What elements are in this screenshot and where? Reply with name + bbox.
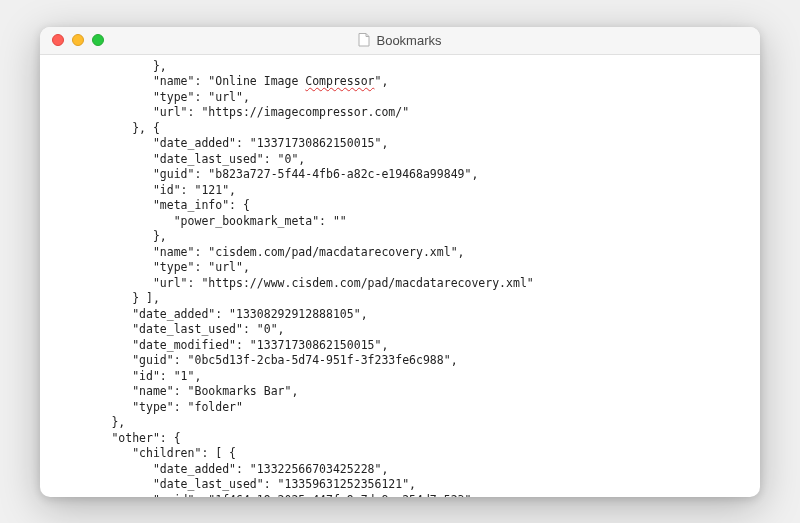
close-button[interactable] [52, 34, 64, 46]
code-line: "url": "https://www.cisdem.com/pad/macda… [56, 276, 750, 292]
code-line: "power_bookmark_meta": "" [56, 214, 750, 230]
code-line: "other": { [56, 431, 750, 447]
code-line: "id": "1", [56, 369, 750, 385]
code-line: } ], [56, 291, 750, 307]
document-icon [358, 33, 370, 47]
code-line: "date_last_used": "0", [56, 322, 750, 338]
code-line: "name": "Bookmarks Bar", [56, 384, 750, 400]
code-line: "date_modified": "13371730862150015", [56, 338, 750, 354]
editor-window: Bookmarks }, "name": "Online Image Compr… [40, 27, 760, 497]
content-wrap: }, "name": "Online Image Compressor", "t… [40, 55, 760, 497]
code-line: "guid": "b823a727-5f44-4fb6-a82c-e19468a… [56, 167, 750, 183]
code-line: "guid": "1f464e19-2025-447f-9e7d-8ea254d… [56, 493, 750, 497]
code-line: "date_last_used": "13359631252356121", [56, 477, 750, 493]
code-line: "id": "121", [56, 183, 750, 199]
code-line: "url": "https://imagecompressor.com/" [56, 105, 750, 121]
code-line: }, [56, 415, 750, 431]
titlebar[interactable]: Bookmarks [40, 27, 760, 55]
code-line: "date_added": "13322566703425228", [56, 462, 750, 478]
minimize-button[interactable] [72, 34, 84, 46]
code-line: "date_added": "13308292912888105", [56, 307, 750, 323]
code-line: "type": "url", [56, 260, 750, 276]
code-line: }, [56, 229, 750, 245]
code-line: "children": [ { [56, 446, 750, 462]
title-container: Bookmarks [40, 33, 760, 48]
code-line: "name": "Online Image Compressor", [56, 74, 750, 90]
code-line: "type": "folder" [56, 400, 750, 416]
code-line: "date_added": "13371730862150015", [56, 136, 750, 152]
code-line: "name": "cisdem.com/pad/macdatarecovery.… [56, 245, 750, 261]
code-line: "guid": "0bc5d13f-2cba-5d74-951f-3f233fe… [56, 353, 750, 369]
code-line: "date_last_used": "0", [56, 152, 750, 168]
spelling-error: Compressor [305, 74, 374, 88]
text-editor-content[interactable]: }, "name": "Online Image Compressor", "t… [40, 55, 760, 497]
code-line: }, { [56, 121, 750, 137]
window-title: Bookmarks [376, 33, 441, 48]
code-line: }, [56, 59, 750, 75]
maximize-button[interactable] [92, 34, 104, 46]
traffic-lights [40, 34, 104, 46]
code-line: "meta_info": { [56, 198, 750, 214]
code-line: "type": "url", [56, 90, 750, 106]
